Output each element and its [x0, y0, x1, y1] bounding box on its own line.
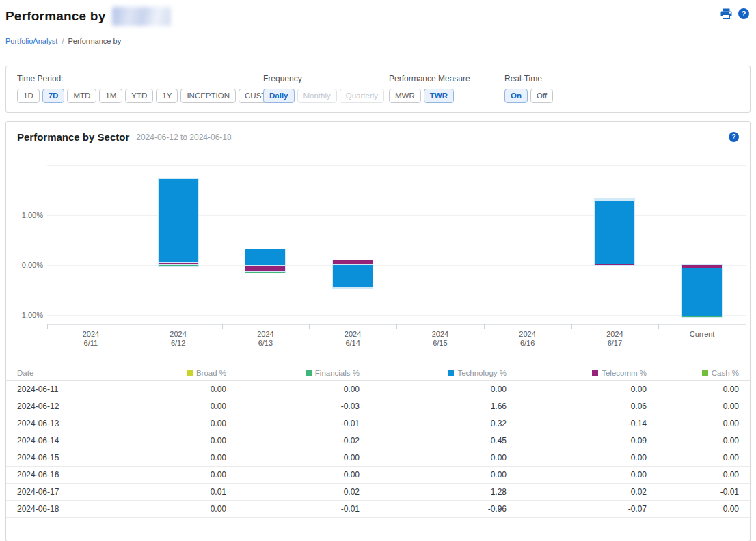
panel-help-icon[interactable]: ?: [729, 132, 739, 142]
time-period-option-1y[interactable]: 1Y: [156, 89, 178, 103]
breadcrumb: PortfolioAnalyst/Performance by: [5, 37, 756, 45]
value-cell: 0.00: [148, 467, 237, 484]
x-axis-tick: [47, 324, 48, 329]
value-cell: -0.03: [237, 398, 370, 415]
value-cell: 0.00: [658, 467, 750, 484]
value-cell: -0.01: [237, 501, 370, 518]
bar-segment-cash[interactable]: [595, 265, 634, 266]
x-axis-label: 20246/15: [409, 330, 471, 348]
column-header-telecomm: Telecomm %: [517, 365, 658, 381]
breadcrumb-current: Performance by: [68, 37, 122, 45]
frequency-group: Frequency DailyMonthlyQuarterly: [263, 74, 389, 103]
date-cell: 2024-06-12: [6, 398, 148, 415]
date-cell: 2024-06-17: [6, 484, 148, 501]
bar-segment-telecomm[interactable]: [333, 260, 373, 265]
bar-segment-financials[interactable]: [333, 288, 373, 289]
bar-segment-telecomm[interactable]: [595, 264, 634, 266]
bar-segment-financials[interactable]: [682, 316, 722, 317]
x-axis-label: 20246/16: [497, 330, 558, 348]
bar-segment-financials[interactable]: [595, 199, 634, 201]
x-axis-tick: [222, 324, 223, 329]
y-axis-label: 1.00%: [9, 211, 43, 219]
time-period-option-inception[interactable]: INCEPTION: [180, 89, 236, 103]
real-time-option-on[interactable]: On: [504, 89, 528, 103]
frequency-option-daily[interactable]: Daily: [263, 89, 295, 103]
value-cell: 0.00: [237, 449, 370, 467]
bar-segment-technology[interactable]: [159, 179, 198, 262]
panel-header: Performance by Sector 2024-06-12 to 2024…: [6, 122, 750, 152]
table-header-row: DateBroad %Financials %Technology %Telec…: [6, 365, 750, 381]
real-time-label: Real-Time: [504, 74, 593, 83]
gridline: [47, 165, 746, 166]
time-period-option-mtd[interactable]: MTD: [67, 89, 96, 103]
bar-segment-technology[interactable]: [245, 249, 285, 265]
date-cell: 2024-06-13: [6, 415, 148, 432]
frequency-label: Frequency: [263, 74, 389, 83]
page-title: Performance by: [5, 9, 105, 24]
value-cell: 1.66: [370, 398, 517, 415]
blurred-account-name: [112, 7, 171, 26]
x-axis-label: 20246/13: [234, 330, 296, 348]
legend-swatch: [592, 370, 598, 376]
page-header: Performance by ?: [0, 0, 756, 27]
time-period-option-7d[interactable]: 7D: [42, 89, 65, 103]
performance-measure-option-twr[interactable]: TWR: [424, 89, 454, 103]
filter-bar: Time Period: 1D7DMTD1MYTD1YINCEPTIONCUST…: [5, 66, 751, 113]
bar-segment-broad[interactable]: [595, 199, 634, 199]
value-cell: 0.00: [658, 432, 750, 449]
real-time-options: OnOff: [504, 89, 593, 103]
column-header-financials: Financials %: [237, 365, 370, 381]
time-period-group: Time Period: 1D7DMTD1MYTD1YINCEPTIONCUST…: [17, 74, 263, 103]
value-cell: 0.00: [517, 449, 658, 467]
date-cell: 2024-06-16: [6, 467, 148, 484]
value-cell: 0.00: [370, 467, 517, 484]
header-actions: ?: [720, 8, 749, 19]
value-cell: 1.28: [370, 484, 517, 501]
value-cell: 0.00: [237, 467, 370, 484]
value-cell: -0.01: [237, 415, 370, 432]
help-icon[interactable]: ?: [738, 8, 749, 19]
performance-measure-label: Performance Measure: [389, 74, 504, 83]
table-row: 2024-06-130.00-0.010.32-0.140.00: [6, 415, 750, 432]
legend-swatch: [448, 370, 454, 376]
value-cell: 0.00: [517, 467, 658, 484]
gridline: [47, 315, 746, 316]
value-cell: 0.00: [148, 501, 237, 518]
breadcrumb-portfolioanalyst-link[interactable]: PortfolioAnalyst: [5, 37, 57, 45]
x-axis-label: 20246/14: [322, 330, 383, 348]
x-axis-label: 20246/11: [60, 330, 122, 348]
time-period-option-1d[interactable]: 1D: [17, 89, 40, 103]
bar-segment-financials[interactable]: [159, 265, 198, 266]
value-cell: 0.00: [148, 398, 237, 415]
print-icon[interactable]: [720, 8, 732, 19]
time-period-option-ytd[interactable]: YTD: [125, 89, 153, 103]
value-cell: 0.02: [237, 484, 370, 501]
bar-segment-technology[interactable]: [682, 268, 722, 316]
value-cell: 0.02: [517, 484, 658, 501]
value-cell: 0.32: [370, 415, 517, 432]
value-cell: -0.96: [370, 501, 517, 518]
value-cell: 0.00: [237, 381, 370, 398]
frequency-option-monthly: Monthly: [297, 89, 337, 103]
legend-swatch: [306, 370, 312, 376]
time-period-option-1m[interactable]: 1M: [99, 89, 122, 103]
value-cell: 0.00: [517, 381, 658, 398]
bar-segment-technology[interactable]: [333, 265, 373, 288]
value-cell: -0.02: [237, 432, 370, 449]
value-cell: 0.00: [148, 449, 237, 467]
x-axis-label: 20246/12: [148, 330, 209, 348]
table-row: 2024-06-140.00-0.02-0.450.090.00: [6, 432, 750, 449]
bar-segment-technology[interactable]: [595, 200, 634, 264]
performance-measure-option-mwr[interactable]: MWR: [389, 89, 421, 103]
value-cell: 0.00: [370, 449, 517, 467]
x-axis-tick: [135, 324, 135, 329]
y-axis-label: -1.00%: [9, 311, 43, 319]
bar-segment-financials[interactable]: [245, 272, 285, 273]
table-row: 2024-06-120.00-0.031.660.060.00: [6, 398, 750, 415]
value-cell: 0.00: [658, 501, 750, 518]
column-header-broad: Broad %: [148, 365, 237, 381]
bar-segment-telecomm[interactable]: [245, 265, 285, 272]
date-cell: 2024-06-18: [6, 501, 148, 518]
value-cell: -0.14: [517, 415, 658, 432]
real-time-option-off[interactable]: Off: [530, 89, 553, 103]
